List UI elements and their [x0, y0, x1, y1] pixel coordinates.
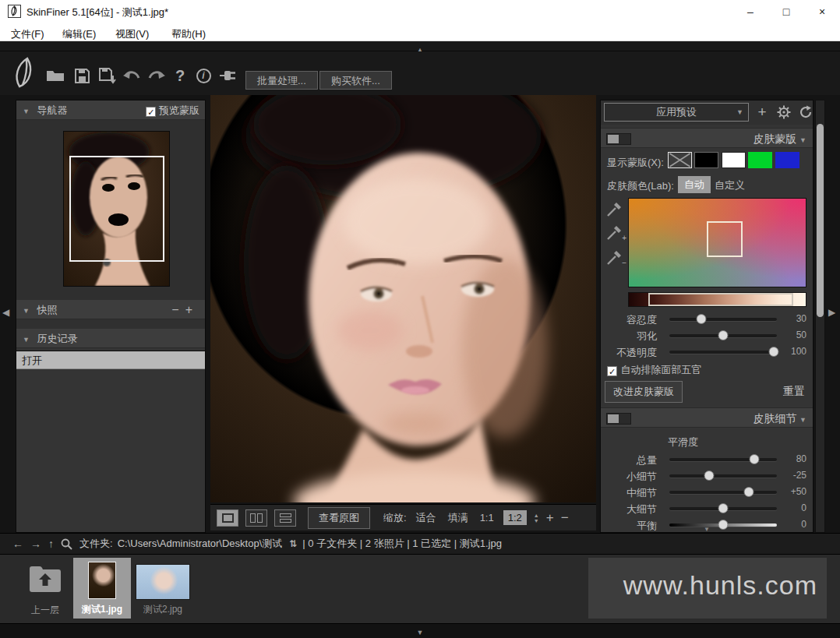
skin-mask-header[interactable]: 皮肤蒙版 ▼ — [601, 128, 813, 148]
add-preset-icon[interactable]: + — [754, 104, 771, 121]
info-icon[interactable]: i — [193, 67, 214, 84]
forward-icon[interactable]: → — [30, 538, 41, 550]
eyedropper-subtract-icon[interactable]: − — [606, 249, 626, 266]
skin-detail-header[interactable]: 皮肤细节 ▼ — [601, 407, 813, 428]
scrollbar-thumb[interactable] — [817, 124, 824, 317]
opacity-label: 不透明度 — [563, 346, 657, 360]
large-detail-slider[interactable] — [669, 507, 777, 510]
zoom-1-1-button[interactable]: 1:1 — [478, 510, 496, 525]
skin-color-custom-button[interactable]: 自定义 — [715, 178, 745, 192]
minimize-button[interactable]: – — [732, 0, 768, 23]
view-original-button[interactable]: 查看原图 — [308, 507, 370, 529]
zoom-in-button[interactable]: + — [546, 510, 554, 526]
tolerance-slider[interactable] — [669, 318, 777, 321]
snapshots-header[interactable]: ▼ 快照 −+ — [16, 300, 205, 319]
history-item-open[interactable]: 打开 — [16, 351, 205, 369]
slider-thumb[interactable] — [704, 471, 715, 481]
small-detail-value: -25 — [780, 470, 806, 481]
collapse-down-icon[interactable]: ▼ — [417, 629, 424, 636]
preview-mask-checkbox[interactable]: ✓ 预览蒙版 — [146, 100, 199, 120]
skin-detail-toggle[interactable] — [606, 413, 631, 425]
collapse-right-panel-icon[interactable]: ▶ — [828, 307, 835, 318]
menu-help[interactable]: 帮助(H) — [167, 26, 210, 43]
bottom-collapse-strip[interactable]: ▼ — [0, 623, 840, 638]
history-header[interactable]: ▼ 历史记录 — [16, 329, 205, 348]
save-as-icon[interactable] — [97, 67, 117, 84]
redo-icon[interactable] — [146, 67, 167, 84]
small-detail-slider[interactable] — [669, 474, 777, 478]
exclude-face-checkbox[interactable]: ✓ 自动排除面部五官 — [607, 362, 701, 377]
search-icon[interactable] — [61, 538, 72, 550]
image-canvas[interactable] — [210, 95, 596, 502]
collapse-left-panel-icon[interactable]: ◀ — [2, 307, 9, 318]
eyedropper-icon[interactable] — [606, 200, 626, 217]
maximize-button[interactable]: □ — [768, 0, 804, 23]
slider-thumb[interactable] — [744, 487, 754, 497]
preset-dropdown[interactable]: 应用预设 ▼ — [604, 103, 749, 122]
right-panel-scrollbar[interactable] — [815, 100, 825, 533]
panel-scroll-down-icon[interactable]: ▼ — [704, 526, 710, 533]
menu-file[interactable]: 文件(F) — [6, 26, 49, 43]
preset-settings-gear-icon[interactable] — [775, 104, 792, 121]
snapshot-add-icon[interactable]: + — [185, 303, 199, 316]
back-icon[interactable]: ← — [12, 538, 23, 550]
slider-thumb[interactable] — [718, 503, 729, 513]
view-split-vertical-button[interactable] — [245, 509, 267, 527]
mask-color-white-swatch[interactable] — [722, 152, 746, 168]
eyedropper-add-icon[interactable]: + — [606, 224, 626, 241]
spin-up-icon[interactable]: ▲ — [534, 513, 539, 518]
skin-mask-toggle[interactable] — [606, 133, 631, 145]
amount-slider[interactable] — [669, 458, 777, 461]
help-icon[interactable]: ? — [170, 67, 190, 84]
path-sort-icon[interactable]: ⇅ — [289, 538, 297, 549]
undo-icon[interactable] — [122, 67, 142, 84]
zoom-fit-button[interactable]: 适合 — [414, 509, 439, 527]
navigator-view-rect[interactable] — [69, 156, 164, 262]
zoom-fill-button[interactable]: 填满 — [446, 509, 471, 527]
mask-color-green-swatch[interactable] — [748, 152, 772, 168]
mask-color-black-swatch[interactable] — [694, 152, 718, 168]
menu-edit[interactable]: 编辑(E) — [58, 26, 101, 43]
opacity-slider[interactable] — [669, 351, 777, 354]
zoom-1-2-button[interactable]: 1:2 — [503, 510, 527, 525]
filmstrip-item-selected[interactable]: 测试1.jpg — [73, 558, 131, 619]
filmstrip-item[interactable]: 测试2.jpg — [134, 558, 192, 619]
mask-color-blue-swatch[interactable] — [775, 152, 799, 168]
slider-thumb[interactable] — [697, 314, 707, 324]
folder-path[interactable]: C:\Users\Administrator\Desktop\测试 — [118, 537, 283, 551]
open-folder-icon[interactable] — [45, 67, 65, 84]
buy-software-button[interactable]: 购买软件... — [319, 71, 392, 90]
improve-skin-mask-button[interactable]: 改进皮肤蒙版 — [605, 381, 683, 403]
preset-refresh-icon[interactable] — [797, 104, 814, 121]
feather-slider[interactable] — [669, 334, 777, 337]
parent-folder-button[interactable]: 上一层 — [20, 559, 70, 619]
save-icon[interactable] — [72, 67, 92, 84]
up-folder-icon[interactable]: ↑ — [48, 538, 54, 550]
close-button[interactable]: × — [804, 0, 840, 23]
navigator-header[interactable]: ▼ 导航器 ✓ 预览蒙版 — [16, 100, 205, 120]
slider-thumb[interactable] — [718, 520, 729, 530]
zoom-spinner[interactable]: ▲ ▼ — [534, 513, 539, 523]
slider-thumb[interactable] — [750, 454, 760, 464]
view-single-button[interactable] — [217, 509, 238, 527]
plugin-icon[interactable] — [218, 67, 238, 84]
snapshot-remove-icon[interactable]: − — [171, 303, 185, 316]
slider-thumb[interactable] — [718, 330, 729, 340]
medium-detail-slider[interactable] — [669, 491, 777, 494]
navigator-preview[interactable] — [16, 120, 205, 300]
spin-down-icon[interactable]: ▼ — [534, 518, 539, 523]
reset-button[interactable]: 重置 — [783, 385, 805, 399]
color-selection-rect[interactable] — [707, 221, 743, 257]
luminance-bar[interactable] — [628, 292, 806, 307]
navigator-thumbnail[interactable] — [63, 131, 170, 287]
menu-view[interactable]: 视图(V) — [111, 26, 154, 43]
skin-color-auto-button[interactable]: 自动 — [678, 176, 711, 193]
skin-color-field[interactable] — [628, 198, 806, 287]
slider-thumb[interactable] — [768, 347, 778, 357]
luminance-selection-rect[interactable] — [648, 293, 793, 306]
view-split-horizontal-button[interactable] — [274, 509, 296, 527]
batch-process-button[interactable]: 批量处理... — [245, 71, 318, 90]
top-collapse-strip[interactable]: ▲ — [0, 41, 840, 51]
balance-slider[interactable] — [669, 523, 777, 527]
mask-color-none-swatch[interactable] — [668, 152, 692, 168]
